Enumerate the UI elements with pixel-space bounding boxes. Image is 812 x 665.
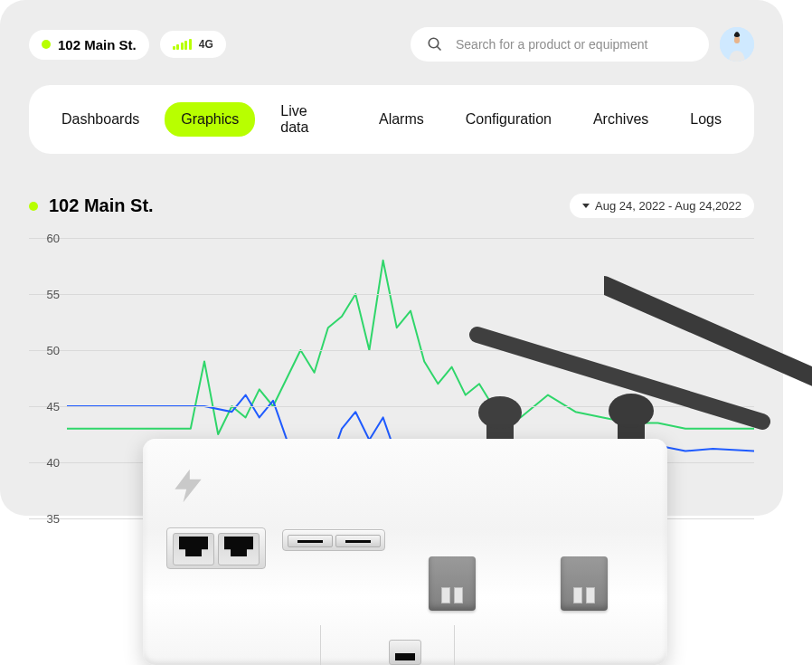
- tab-configuration[interactable]: Configuration: [449, 102, 568, 137]
- y-axis-tick: 55: [29, 288, 60, 301]
- y-axis-tick: 50: [29, 344, 60, 357]
- usb-port-group: [282, 529, 385, 551]
- power-socket[interactable]: [429, 556, 476, 611]
- device-body: [143, 439, 667, 665]
- y-axis-tick: 60: [29, 232, 60, 245]
- signal-bars-icon: [173, 39, 192, 50]
- series-green: [67, 261, 754, 434]
- search-placeholder: Search for a product or equipment: [456, 37, 647, 52]
- y-axis-tick: 40: [29, 456, 60, 470]
- y-axis-tick: 45: [29, 400, 60, 413]
- signal-label: 4G: [199, 38, 213, 51]
- vent-slit: [454, 625, 455, 665]
- address-label: 102 Main St.: [58, 37, 137, 52]
- status-dot-icon: [29, 202, 38, 211]
- lightning-icon: [168, 466, 208, 506]
- tab-logs[interactable]: Logs: [674, 102, 738, 137]
- gridline: [29, 350, 754, 351]
- y-axis-tick: 35: [29, 512, 60, 526]
- ethernet-port[interactable]: [173, 533, 214, 565]
- router-device: [143, 430, 667, 665]
- ethernet-port[interactable]: [218, 533, 260, 565]
- svg-line-1: [437, 46, 440, 50]
- tab-dashboards[interactable]: Dashboards: [45, 102, 156, 137]
- top-bar: 102 Main St. 4G Search for a product or …: [29, 27, 754, 62]
- avatar-icon: [720, 27, 754, 62]
- search-icon: [427, 36, 443, 52]
- tab-graphics[interactable]: Graphics: [165, 102, 255, 137]
- usb-port[interactable]: [335, 535, 381, 547]
- usb-port[interactable]: [288, 535, 333, 547]
- aux-port[interactable]: [389, 640, 421, 665]
- power-socket[interactable]: [561, 556, 608, 611]
- gridline: [29, 238, 754, 239]
- status-dot-icon: [42, 40, 51, 49]
- chart-title: 102 Main St.: [49, 195, 154, 216]
- signal-pill[interactable]: 4G: [160, 31, 226, 58]
- vent-slit: [320, 625, 321, 665]
- gridline: [29, 406, 754, 407]
- date-range-picker[interactable]: Aug 24, 2022 - Aug 24,2022: [570, 194, 754, 218]
- date-range-label: Aug 24, 2022 - Aug 24,2022: [595, 199, 741, 213]
- search-input[interactable]: Search for a product or equipment: [411, 27, 709, 62]
- avatar[interactable]: [720, 27, 754, 62]
- tab-live-data[interactable]: Live data: [264, 94, 354, 145]
- caret-down-icon: [582, 204, 590, 208]
- tabs-bar: Dashboards Graphics Live data Alarms Con…: [29, 85, 754, 154]
- ethernet-port-group: [166, 527, 266, 569]
- tab-archives[interactable]: Archives: [577, 102, 665, 137]
- gridline: [29, 294, 754, 295]
- address-pill[interactable]: 102 Main St.: [29, 30, 149, 60]
- chart-header: 102 Main St. Aug 24, 2022 - Aug 24,2022: [29, 194, 754, 218]
- tab-alarms[interactable]: Alarms: [363, 102, 440, 137]
